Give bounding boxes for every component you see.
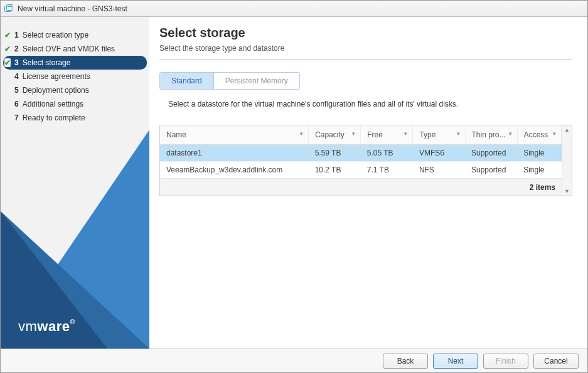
cell-capacity: 5.59 TB <box>309 145 361 162</box>
chevron-down-icon: ▾ <box>457 130 460 137</box>
col-type[interactable]: Type▾ <box>413 125 465 145</box>
wizard-steps: 1 Select creation type 2 Select OVF and … <box>1 17 149 125</box>
cell-free: 5.05 TB <box>361 145 413 162</box>
tab-persistent-memory[interactable]: Persistent Memory <box>214 73 299 89</box>
col-access[interactable]: Access▾ <box>517 125 561 145</box>
chevron-down-icon: ▾ <box>300 130 303 137</box>
step-label: Select OVF and VMDK files <box>23 45 115 53</box>
back-button[interactable]: Back <box>383 354 428 369</box>
step-ready-complete[interactable]: 7 Ready to complete <box>1 111 149 125</box>
step-label: Additional settings <box>23 100 83 108</box>
step-additional-settings[interactable]: 6 Additional settings <box>1 97 149 111</box>
titlebar: New virtual machine - GNS3-test <box>1 1 587 17</box>
cell-access: Single <box>517 145 561 162</box>
vm-icon <box>4 4 14 13</box>
col-name[interactable]: Name▾ <box>160 125 309 145</box>
chevron-down-icon: ▾ <box>509 130 512 137</box>
col-free[interactable]: Free▾ <box>361 125 413 145</box>
scroll-down-icon[interactable]: ▼ <box>562 187 572 196</box>
cell-thin: Supported <box>465 162 517 179</box>
step-select-creation-type[interactable]: 1 Select creation type <box>1 28 149 42</box>
chevron-down-icon: ▾ <box>553 130 556 137</box>
wizard-button-bar: Back Next Finish Cancel <box>1 349 587 373</box>
cell-access: Single <box>517 162 561 179</box>
instruction-text: Select a datastore for the virtual machi… <box>168 100 572 108</box>
step-license-agreements[interactable]: 4 License agreements <box>1 70 149 83</box>
page-subtitle: Select the storage type and datastore <box>159 44 572 60</box>
step-label: Ready to complete <box>23 113 85 122</box>
window-title: New virtual machine - GNS3-test <box>18 4 127 13</box>
step-label: Deployment options <box>23 86 89 95</box>
finish-button: Finish <box>483 354 528 369</box>
step-label: License agreements <box>23 72 90 81</box>
datastore-table: Name▾ Capacity▾ Free▾ Type▾ Thin pro...▾… <box>160 125 562 179</box>
chevron-down-icon: ▾ <box>352 130 355 137</box>
cell-name: datastore1 <box>160 145 309 162</box>
row-count: 2 items <box>160 179 562 196</box>
cell-type: VMFS6 <box>413 145 465 162</box>
wizard-sidebar: 1 Select creation type 2 Select OVF and … <box>1 17 149 349</box>
tab-standard[interactable]: Standard <box>160 73 214 89</box>
cell-name: VeeamBackup_w3dev.addlink.com <box>160 162 309 179</box>
cell-thin: Supported <box>465 145 517 162</box>
col-thin-provisioning[interactable]: Thin pro...▾ <box>465 125 517 145</box>
step-select-storage[interactable]: 3 Select storage <box>3 56 147 70</box>
datastore-table-wrapper: Name▾ Capacity▾ Free▾ Type▾ Thin pro...▾… <box>159 125 572 196</box>
svg-rect-1 <box>7 4 13 10</box>
table-row[interactable]: datastore1 5.59 TB 5.05 TB VMFS6 Support… <box>160 145 562 162</box>
next-button[interactable]: Next <box>433 354 478 369</box>
scroll-up-icon[interactable]: ▲ <box>562 125 572 134</box>
cell-capacity: 10.2 TB <box>309 162 361 179</box>
storage-type-tabs: Standard Persistent Memory <box>159 72 300 90</box>
cell-type: NFS <box>413 162 465 179</box>
content-pane: Select storage Select the storage type a… <box>149 17 587 349</box>
cancel-button[interactable]: Cancel <box>533 354 579 369</box>
step-select-ovf-vmdk[interactable]: 2 Select OVF and VMDK files <box>1 42 149 56</box>
step-label: Select creation type <box>23 31 88 39</box>
step-label: Select storage <box>23 58 71 67</box>
table-scrollbar[interactable]: ▲ ▼ <box>562 125 572 196</box>
step-deployment-options[interactable]: 5 Deployment options <box>1 83 149 97</box>
col-capacity[interactable]: Capacity▾ <box>309 125 361 145</box>
vmware-logo: vmware® <box>18 318 75 335</box>
table-row[interactable]: VeeamBackup_w3dev.addlink.com 10.2 TB 7.… <box>160 162 562 179</box>
svg-rect-2 <box>8 6 12 7</box>
page-title: Select storage <box>159 26 572 40</box>
cell-free: 7.1 TB <box>361 162 413 179</box>
svg-marker-3 <box>1 130 149 349</box>
chevron-down-icon: ▾ <box>404 130 407 137</box>
